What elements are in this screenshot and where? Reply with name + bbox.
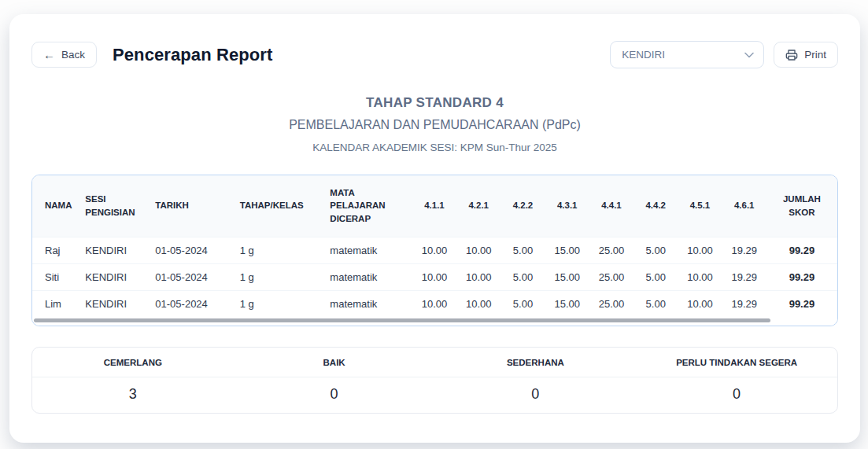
report-headings: TAHAP STANDARD 4 PEMBELAJARAN DAN PEMUDA… [31, 95, 838, 153]
summary-value: 0 [234, 377, 435, 413]
table-cell: 19.29 [722, 263, 766, 290]
topbar: ← Back Pencerapan Report KENDIRI Print [31, 41, 838, 68]
table-cell: 10.00 [678, 237, 722, 263]
summary-column-header: PERLU TINDAKAN SEGERA [636, 348, 837, 377]
horizontal-scrollbar-thumb[interactable] [34, 318, 770, 322]
table-cell: 10.00 [456, 237, 500, 263]
table-cell: 01-05-2024 [149, 263, 233, 290]
table-cell: 5.00 [500, 290, 545, 317]
summary-value: 0 [636, 377, 837, 413]
table-cell: 99.29 [766, 263, 837, 290]
column-header: MATA PELAJARAN DICERAP [323, 175, 412, 237]
column-header: 4.6.1 [722, 175, 766, 237]
column-header: TAHAP/KELAS [234, 175, 324, 237]
table-cell: 19.29 [722, 237, 766, 263]
table-cell: 5.00 [500, 263, 545, 290]
column-header: SESI PENGISIAN [79, 175, 149, 237]
summary-column-header: BAIK [234, 348, 435, 377]
table-cell: 5.00 [633, 263, 678, 290]
column-header: JUMLAH SKOR [766, 175, 837, 237]
table-cell: 10.00 [412, 237, 456, 263]
table-cell: 99.29 [766, 290, 837, 317]
column-header: 4.1.1 [412, 175, 456, 237]
column-header: 4.2.2 [500, 175, 545, 237]
pencerapan-table: NAMASESI PENGISIANTARIKHTAHAP/KELASMATA … [32, 175, 837, 317]
table-cell: 25.00 [589, 237, 633, 263]
summary-column-header: SEDERHANA [435, 348, 637, 377]
table-cell: Siti [32, 263, 79, 290]
table-cell: 25.00 [589, 263, 633, 290]
table-cell: 15.00 [545, 237, 589, 263]
printer-icon [785, 49, 798, 61]
page-title: Pencerapan Report [113, 45, 272, 65]
horizontal-scrollbar-track[interactable] [32, 317, 837, 326]
table-cell: matematik [323, 237, 412, 263]
summary-values-row: 3000 [32, 377, 837, 413]
table-cell: Raj [32, 237, 79, 263]
summary-value: 3 [32, 377, 234, 413]
table-header-row: NAMASESI PENGISIANTARIKHTAHAP/KELASMATA … [32, 175, 837, 237]
table-cell: 1 g [234, 237, 324, 263]
summary-value: 0 [435, 377, 637, 413]
table-cell: 10.00 [412, 263, 456, 290]
summary-header-row: CEMERLANGBAIKSEDERHANAPERLU TINDAKAN SEG… [32, 348, 837, 377]
table-cell: 99.29 [766, 237, 837, 263]
table-cell: matematik [323, 290, 412, 317]
back-button[interactable]: ← Back [31, 42, 97, 68]
session-filter-select[interactable]: KENDIRI [610, 41, 764, 68]
column-header: TARIKH [149, 175, 233, 237]
report-subtitle: PEMBELAJARAN DAN PEMUDAHCARAAN (PdPc) [31, 118, 838, 132]
report-card: ← Back Pencerapan Report KENDIRI Print T… [9, 14, 860, 443]
table-cell: matematik [323, 263, 412, 290]
table-cell: 5.00 [633, 290, 678, 317]
column-header: 4.2.1 [456, 175, 500, 237]
table-cell: Lim [32, 290, 79, 317]
table-cell: 10.00 [412, 290, 456, 317]
table-cell: 1 g [234, 263, 324, 290]
table-cell: KENDIRI [79, 263, 149, 290]
table-cell: 19.29 [722, 290, 766, 317]
column-header: 4.4.1 [589, 175, 633, 237]
column-header: 4.4.2 [633, 175, 678, 237]
table-cell: 5.00 [500, 237, 545, 263]
summary-column-header: CEMERLANG [32, 348, 234, 377]
table-cell: 5.00 [633, 237, 678, 263]
table-row: SitiKENDIRI01-05-20241 gmatematik10.0010… [32, 263, 837, 290]
print-button[interactable]: Print [774, 42, 838, 68]
table-cell: 15.00 [545, 290, 589, 317]
column-header: 4.3.1 [545, 175, 589, 237]
table-cell: 10.00 [678, 290, 722, 317]
back-button-label: Back [61, 49, 85, 61]
table-row: LimKENDIRI01-05-20241 gmatematik10.0010.… [32, 290, 837, 317]
report-calendar: KALENDAR AKADEMIK SESI: KPM Sun-Thur 202… [31, 142, 838, 153]
back-arrow-icon: ← [43, 49, 55, 61]
table-row: RajKENDIRI01-05-20241 gmatematik10.0010.… [32, 237, 837, 263]
print-button-label: Print [804, 49, 826, 61]
table-cell: 15.00 [545, 263, 589, 290]
chevron-down-icon [744, 52, 754, 58]
table-cell: 25.00 [589, 290, 633, 317]
pencerapan-table-card: NAMASESI PENGISIANTARIKHTAHAP/KELASMATA … [31, 175, 838, 326]
table-cell: 1 g [234, 290, 324, 317]
table-cell: 01-05-2024 [149, 237, 233, 263]
table-cell: 10.00 [678, 263, 722, 290]
session-filter-value: KENDIRI [622, 49, 665, 61]
table-cell: 10.00 [456, 263, 500, 290]
column-header: NAMA [32, 175, 79, 237]
table-cell: 01-05-2024 [149, 290, 233, 317]
summary-card: CEMERLANGBAIKSEDERHANAPERLU TINDAKAN SEG… [31, 347, 838, 414]
report-title: TAHAP STANDARD 4 [31, 95, 838, 111]
table-cell: 10.00 [456, 290, 500, 317]
table-cell: KENDIRI [79, 237, 149, 263]
table-cell: KENDIRI [79, 290, 149, 317]
column-header: 4.5.1 [678, 175, 722, 237]
